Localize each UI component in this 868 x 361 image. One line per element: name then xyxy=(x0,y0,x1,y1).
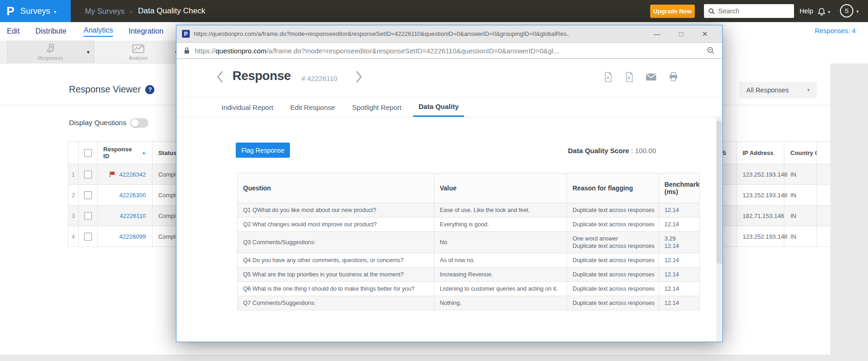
responses-count-link[interactable]: Responses: 4 xyxy=(815,27,856,34)
benchmark-cell: 12.14 xyxy=(664,271,698,278)
response-editor-window: P https://questionpro.com/a/frame.do?mod… xyxy=(176,25,723,342)
toolbar-tile-responses[interactable]: Responses ▼ xyxy=(7,40,94,63)
svg-text:X: X xyxy=(628,75,630,80)
chevron-down-icon[interactable]: ▼ xyxy=(86,50,91,55)
benchmark-cell: 12.14 xyxy=(664,221,698,228)
column-header-reason: Reason for flagging xyxy=(567,173,659,203)
row-checkbox[interactable] xyxy=(84,233,92,241)
table-row: Q6 What is the one thing I should do to … xyxy=(238,282,700,296)
data-quality-score: Data Quality Score : 100.00 xyxy=(568,147,656,155)
previous-response-button[interactable] xyxy=(217,71,223,85)
table-row: 182.71.153.146 IN xyxy=(717,206,830,226)
response-tabs: Individual Report Edit Response Spotligh… xyxy=(176,97,722,117)
search-input[interactable] xyxy=(718,7,787,15)
response-id-link[interactable]: 42226099 xyxy=(119,233,146,240)
tab-data-quality[interactable]: Data Quality xyxy=(413,97,465,117)
help-link[interactable]: Help xyxy=(800,0,813,22)
row-checkbox[interactable] xyxy=(84,191,92,199)
table-header-row: Question Value Reason for flagging Bench… xyxy=(238,173,700,203)
tab-distribute[interactable]: Distribute xyxy=(35,22,67,40)
maximize-button[interactable]: □ xyxy=(669,30,693,38)
questionpro-favicon-icon: P xyxy=(182,30,190,38)
sort-asc-icon[interactable]: ▲ xyxy=(142,150,146,155)
export-actions: A X xyxy=(603,72,679,82)
tab-analytics[interactable]: Analytics xyxy=(84,22,113,40)
benchmark-cell: 12.14 xyxy=(664,285,698,292)
breadcrumb-my-surveys[interactable]: My Surveys xyxy=(85,7,125,16)
data-quality-panel: Flag Response Data Quality Score : 100.0… xyxy=(176,117,722,342)
next-response-button[interactable] xyxy=(356,71,362,85)
close-button[interactable]: ✕ xyxy=(693,30,717,38)
scrollbar-thumb[interactable] xyxy=(716,121,722,264)
question-cell: Q1 QWhat do you like most about our new … xyxy=(238,203,434,218)
avatar[interactable]: S xyxy=(840,4,853,17)
chevron-down-icon[interactable]: ▾ xyxy=(857,9,859,14)
chevron-down-icon: ▼ xyxy=(806,88,811,92)
table-row: Q4 Do you have any other comments, quest… xyxy=(238,253,700,268)
toggle-knob xyxy=(131,119,139,127)
email-icon[interactable] xyxy=(646,72,657,82)
value-cell: Everything is good. xyxy=(434,218,567,232)
select-all-checkbox[interactable] xyxy=(84,149,92,157)
window-title-url: https://questionpro.com/a/frame.do?mode=… xyxy=(194,30,645,37)
table-row: Q2 What changes would most improve our p… xyxy=(238,218,700,232)
table-row: 123.252.193.148 IN xyxy=(717,164,830,185)
minimize-button[interactable]: — xyxy=(645,30,669,38)
response-id-link[interactable]: 42226110 xyxy=(120,212,146,219)
flag-response-button[interactable]: Flag Response xyxy=(236,143,290,158)
responses-filter-dropdown[interactable]: All Responses ▼ xyxy=(739,82,817,98)
notifications-button[interactable]: ▾ xyxy=(817,6,830,16)
tab-integration[interactable]: Integration xyxy=(129,22,164,40)
breadcrumb-current: Data Quality Check xyxy=(138,6,205,16)
column-header-question: Question xyxy=(238,173,434,203)
toolbar-tile-analysis[interactable]: Analysis ▼ xyxy=(95,40,182,63)
column-header-response-id[interactable]: Response ID xyxy=(103,146,137,160)
product-switcher[interactable]: P Surveys ▾ xyxy=(0,0,71,22)
data-quality-table: Question Value Reason for flagging Bench… xyxy=(237,173,700,310)
row-checkbox[interactable] xyxy=(84,171,92,178)
response-id-link[interactable]: 42226300 xyxy=(119,192,146,199)
address-url[interactable]: https://questionpro.com/a/frame.do?mode=… xyxy=(195,47,559,55)
global-search xyxy=(704,4,794,18)
reason-cell: Duplicate text across responses xyxy=(573,221,658,228)
benchmark-cell: 12.14 xyxy=(664,242,698,250)
row-checkbox[interactable] xyxy=(84,212,92,220)
table-row: 123.252.193.148 IN xyxy=(717,185,830,206)
column-header-ip[interactable]: IP Address xyxy=(737,142,784,164)
ip-cell: 123.252.193.148 xyxy=(737,226,784,246)
print-icon[interactable] xyxy=(668,72,679,82)
responses-filter-value: All Responses xyxy=(746,86,789,94)
reason-cell: Duplicate text across responses xyxy=(573,299,658,307)
export-pdf-icon[interactable]: A xyxy=(603,72,613,82)
zoom-out-icon[interactable] xyxy=(707,46,715,55)
help-icon[interactable]: ? xyxy=(145,85,154,94)
country-cell: IN xyxy=(784,206,817,226)
page-title: Response Viewer xyxy=(69,84,141,95)
tab-spotlight-report[interactable]: Spotlight Report xyxy=(346,97,407,117)
tab-edit-response[interactable]: Edit Response xyxy=(285,97,341,117)
upgrade-now-button[interactable]: Upgrade Now xyxy=(650,5,695,18)
export-excel-icon[interactable]: X xyxy=(624,72,634,82)
benchmark-cell: 3.29 xyxy=(664,235,698,242)
app: P Surveys ▾ My Surveys › Data Quality Ch… xyxy=(0,0,868,361)
response-header: Response # 42226110 A X xyxy=(176,59,722,97)
window-titlebar[interactable]: P https://questionpro.com/a/frame.do?mod… xyxy=(176,25,722,43)
address-bar: https://questionpro.com/a/frame.do?mode=… xyxy=(176,43,722,59)
search-icon xyxy=(708,8,715,15)
modal-scrollbar[interactable] xyxy=(716,118,722,342)
value-cell: Nothing. xyxy=(434,296,567,310)
value-cell: Listening to customer queries and acting… xyxy=(434,282,567,296)
breadcrumb-separator-icon: › xyxy=(130,7,132,15)
flag-icon xyxy=(109,171,116,178)
reason-cell: One word answer xyxy=(573,235,658,242)
column-header-country[interactable]: Country Co xyxy=(784,142,817,164)
table-row: Q7 Comments/Suggestions: Nothing. Duplic… xyxy=(238,296,700,310)
response-number: # 42226110 xyxy=(301,74,337,82)
column-header-benchmark: Benchmark (ms) xyxy=(659,173,700,203)
avatar-initial: S xyxy=(845,7,849,14)
response-id-link[interactable]: 42226342 xyxy=(119,171,146,178)
benchmark-cell: 12.14 xyxy=(664,299,698,307)
tab-edit[interactable]: Edit xyxy=(7,22,20,40)
display-questions-toggle[interactable] xyxy=(130,118,148,128)
tab-individual-report[interactable]: Individual Report xyxy=(216,97,279,117)
